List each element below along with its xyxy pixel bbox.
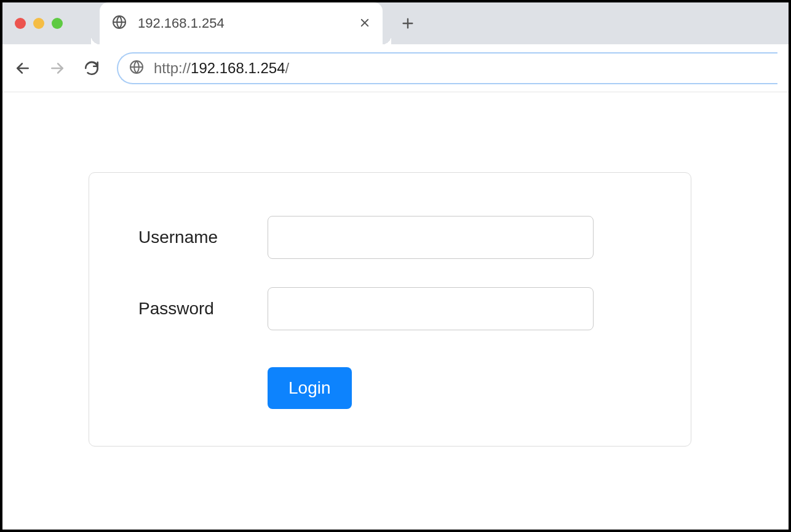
password-label: Password	[138, 299, 268, 319]
username-label: Username	[138, 228, 268, 247]
browser-tab[interactable]: 192.168.1.254	[100, 2, 383, 44]
browser-tab-strip: 192.168.1.254	[2, 2, 789, 44]
url-text: http://192.168.1.254/	[154, 60, 289, 77]
username-input[interactable]	[268, 216, 594, 259]
window-zoom-button[interactable]	[52, 18, 63, 29]
url-host: 192.168.1.254	[191, 60, 285, 76]
back-button[interactable]	[14, 59, 32, 77]
page-content: Username Password Login	[2, 92, 789, 447]
new-tab-button[interactable]	[401, 14, 415, 33]
password-row: Password	[138, 287, 642, 330]
url-path: /	[285, 60, 290, 76]
window-controls	[2, 18, 63, 29]
password-input[interactable]	[268, 287, 594, 330]
login-card: Username Password Login	[89, 172, 691, 447]
url-scheme: http://	[154, 60, 191, 76]
username-row: Username	[138, 216, 642, 259]
tab-title: 192.168.1.254	[138, 15, 348, 31]
tab-close-button[interactable]	[359, 16, 370, 31]
window-close-button[interactable]	[15, 18, 26, 29]
button-row: Login	[138, 367, 642, 409]
browser-toolbar: http://192.168.1.254/	[2, 44, 789, 92]
window-minimize-button[interactable]	[33, 18, 44, 29]
globe-icon	[112, 15, 127, 32]
address-bar[interactable]: http://192.168.1.254/	[117, 52, 777, 84]
site-info-icon[interactable]	[129, 60, 144, 77]
forward-button[interactable]	[48, 59, 66, 77]
login-button[interactable]: Login	[268, 367, 352, 409]
reload-button[interactable]	[82, 59, 101, 77]
